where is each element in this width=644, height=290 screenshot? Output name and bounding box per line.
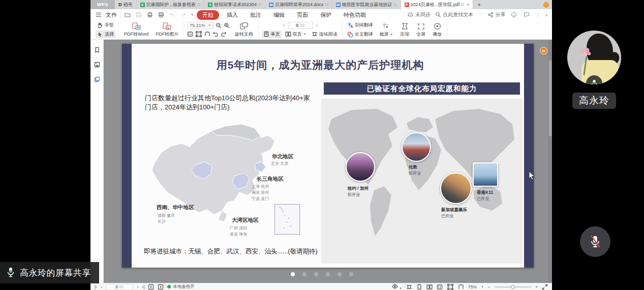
screenshot-button[interactable]: 截屏 ▼	[378, 22, 395, 38]
menu-comment[interactable]: 批注	[246, 10, 266, 20]
single-page-icon[interactable]	[416, 284, 422, 290]
rotate-right-icon[interactable]	[221, 31, 227, 37]
avatar	[567, 31, 621, 84]
save-icon[interactable]	[135, 11, 143, 19]
zoom-in-button[interactable]: +	[535, 284, 538, 289]
actual-size-icon[interactable]	[437, 284, 443, 290]
newyork-photo	[346, 152, 375, 182]
find-text-button[interactable]: 点此查找文本	[435, 11, 473, 18]
menu-special[interactable]: 特色功能	[339, 10, 371, 20]
fit-page-button[interactable]	[195, 31, 202, 38]
compress-button[interactable]: 压缩	[398, 22, 411, 38]
tab-sheet-2[interactable]: S 校招回复话术202304	[204, 0, 265, 9]
tab-doc-1[interactable]: W 贝康招聘简章2024.docx	[265, 0, 332, 9]
screenshot-icon	[382, 22, 391, 30]
pdf-toolbar: 手型 选择 W PDF转Word PDF转图片 75.21%▼	[90, 20, 552, 40]
wps-menu-button[interactable]: WPS	[90, 0, 115, 9]
actual-size-icon[interactable]	[187, 31, 193, 37]
fullscreen-button[interactable]: 全屏	[414, 22, 427, 38]
fit-width-icon[interactable]	[458, 284, 464, 290]
print-icon[interactable]	[146, 11, 154, 19]
last-page-button[interactable]: ›|	[142, 284, 144, 289]
chevron-down-icon: ▼	[208, 24, 211, 27]
continuous-read-button[interactable]: 连续阅读	[310, 31, 339, 38]
zoom-select[interactable]: 75.21%▼	[187, 22, 213, 29]
close-icon[interactable]: ×	[467, 2, 469, 7]
tab-docer[interactable]: D 稻壳	[115, 0, 137, 9]
double-page-icon	[285, 31, 291, 37]
next-page-button[interactable]: ›	[315, 22, 319, 28]
tab-pdf-active[interactable]: P 2024贝康校...医学院.pdf ×	[401, 0, 474, 9]
wps-assistant-icon[interactable]: ω	[540, 47, 547, 54]
vertical-scrollbar[interactable]	[548, 40, 552, 283]
menu-page[interactable]: 页面	[292, 10, 313, 20]
double-page-button[interactable]: 双页▼	[284, 31, 308, 38]
pdf-to-image-button[interactable]: PDF转图片	[154, 22, 180, 38]
fit-page-button[interactable]	[447, 283, 454, 290]
prev-page-button[interactable]: ‹	[101, 284, 102, 289]
zoom-slider-knob[interactable]	[511, 285, 515, 289]
document-area[interactable]: 用5年时间，成为亚洲最大的产后护理机构 门店数量超过行业其他Top10公司总和(…	[104, 40, 552, 283]
prev-page-button[interactable]: ‹	[282, 22, 286, 28]
mic-muted-button[interactable]	[580, 226, 610, 257]
south-china-sea-inset	[274, 204, 300, 235]
slide-dots[interactable]	[291, 272, 353, 276]
region-cities: 成都 重庆 长沙	[158, 213, 175, 225]
backup-status[interactable]: 本地备份开	[167, 284, 195, 290]
sync-status[interactable]: 未同步	[408, 11, 431, 18]
select-tool[interactable]: 选择	[96, 31, 115, 38]
play-button[interactable]: 播放	[431, 22, 444, 38]
undo-icon[interactable]	[168, 11, 176, 19]
menu-file[interactable]: 文件	[106, 11, 117, 19]
rotate-left-icon[interactable]	[212, 31, 219, 37]
share-button[interactable]: 分享	[487, 11, 505, 18]
prev-view-icon[interactable]	[148, 284, 154, 290]
pdf-to-word-button[interactable]: W PDF转Word	[122, 22, 150, 38]
layers-icon[interactable]	[94, 76, 100, 82]
menu-insert[interactable]: 插入	[222, 10, 242, 20]
feedback-icon[interactable]	[523, 11, 531, 19]
tab-label: 贝康国际护...核算参照表	[146, 2, 196, 8]
account-avatar[interactable]	[543, 0, 552, 9]
full-translate-button[interactable]: 全文翻译	[346, 31, 375, 38]
first-page-button[interactable]: |‹	[95, 284, 97, 289]
tab-doc-2[interactable]: W 南昌医学院就业基地协议	[332, 0, 401, 9]
zoom-level[interactable]: 75%	[468, 284, 477, 289]
menu-protect[interactable]: 保护	[316, 10, 336, 20]
next-page-button[interactable]: ›	[137, 284, 138, 289]
zoom-out-button[interactable]: −	[488, 284, 490, 289]
chevron-down-icon[interactable]: ▼	[191, 13, 194, 16]
hamburger-icon[interactable]	[95, 11, 103, 19]
next-view-icon[interactable]	[158, 284, 164, 290]
fit-width-icon[interactable]	[204, 31, 210, 37]
zoom-out-icon[interactable]	[216, 22, 222, 28]
emoji-icon[interactable]	[510, 11, 518, 19]
continuous-read-icon[interactable]	[406, 284, 412, 290]
menu-home[interactable]: 开始	[197, 10, 219, 20]
chevron-down-icon[interactable]: ▼	[481, 285, 484, 288]
global-banner: 已验证有全球化布局宏愿和能力	[324, 82, 520, 95]
single-page-button[interactable]: 单页	[262, 31, 282, 38]
collapse-toolbar-icon[interactable]: ∧	[545, 13, 548, 17]
zoom-slider[interactable]	[495, 286, 531, 287]
thumbnail-icon[interactable]	[94, 62, 100, 68]
participant-tile[interactable]: 高永玲	[567, 31, 621, 109]
hand-tool[interactable]: 手型	[96, 21, 115, 29]
zoom-in-icon[interactable]	[224, 22, 230, 28]
double-page-icon[interactable]	[426, 284, 433, 290]
bookmark-icon[interactable]	[94, 47, 100, 53]
open-folder-icon[interactable]	[124, 11, 132, 19]
word-translate-button[interactable]: 划词翻译	[346, 21, 375, 29]
chevron-down-icon: ▼	[303, 33, 306, 36]
expand-icon[interactable]	[542, 284, 548, 290]
printer-preview-icon[interactable]	[157, 11, 165, 19]
menu-edit[interactable]: 编辑	[269, 10, 289, 20]
tab-sheet-1[interactable]: S 贝康国际护...核算参照表	[137, 0, 205, 9]
redo-icon[interactable]	[179, 11, 188, 19]
view-mode-icon[interactable]: ▼	[392, 283, 402, 290]
rotate-doc-button[interactable]: 旋转文档	[233, 22, 255, 38]
kebab-icon[interactable]: ⋮	[535, 12, 540, 18]
page-number-input[interactable]: 8/48	[106, 284, 134, 290]
new-tab-button[interactable]: +	[473, 0, 484, 9]
page-number-input[interactable]: 8/48	[288, 22, 313, 29]
